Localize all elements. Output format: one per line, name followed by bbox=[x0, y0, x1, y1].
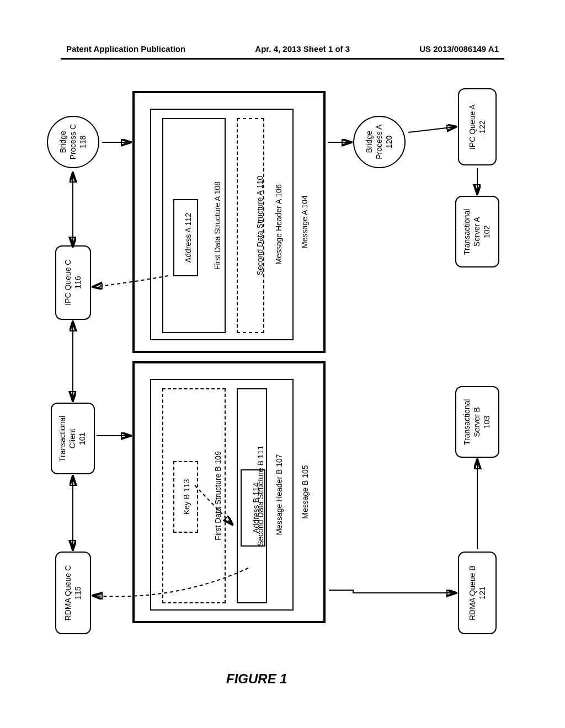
header-center: Apr. 4, 2013 Sheet 1 of 3 bbox=[255, 44, 350, 53]
first-ds-b-label: First Data Structure B 109 bbox=[214, 451, 222, 540]
bridge-process-c: BridgeProcess C118 bbox=[47, 116, 99, 168]
address-b-label: Address B 114 bbox=[252, 483, 260, 533]
figure-label: FIGURE 1 bbox=[226, 671, 287, 687]
message-a-label: Message A 104 bbox=[300, 195, 309, 248]
rdma-queue-c: RDMA Queue C115 bbox=[55, 552, 91, 634]
diagram-container: BridgeProcess C118 IPC Queue C116 Transa… bbox=[44, 88, 524, 695]
message-header-b-label: Message Header B 107 bbox=[275, 454, 284, 535]
header-right: US 2013/0086149 A1 bbox=[419, 44, 499, 53]
message-header-b: Message Header B 107 First Data Structur… bbox=[150, 379, 294, 611]
transactional-server-b: TransactionalServer B103 bbox=[455, 386, 499, 458]
message-header-a: Message Header A 106 First Data Structur… bbox=[150, 109, 294, 340]
transactional-server-a: TransactionalServer A102 bbox=[455, 196, 499, 267]
message-a: Message A 104 Message Header A 106 First… bbox=[132, 91, 326, 353]
rdma-queue-b: RDMA Queue B121 bbox=[458, 552, 497, 634]
svg-line-4 bbox=[408, 127, 455, 132]
first-ds-a: First Data Structure A 108 Address A 112 bbox=[162, 118, 226, 333]
message-b-label: Message B 105 bbox=[301, 465, 310, 518]
message-header-a-label: Message Header A 106 bbox=[274, 184, 283, 265]
address-a-label: Address A 112 bbox=[184, 213, 193, 263]
transactional-client: TransactionalClient101 bbox=[51, 403, 95, 474]
message-b: Message B 105 Message Header B 107 First… bbox=[132, 361, 326, 623]
header-divider bbox=[61, 58, 504, 60]
second-ds-b: Second Data Structure B 111 Address B 11… bbox=[237, 388, 267, 603]
address-a: Address A 112 bbox=[173, 199, 198, 276]
first-ds-a-label: First Data Structure A 108 bbox=[213, 181, 222, 270]
second-ds-a: Second Data Structure A 110 bbox=[237, 118, 264, 333]
key-b-label: Key B 113 bbox=[182, 479, 191, 515]
ipc-queue-a: IPC Queue A122 bbox=[458, 88, 497, 165]
ipc-queue-c: IPC Queue C116 bbox=[55, 245, 91, 320]
address-b: Address B 114 bbox=[241, 469, 265, 547]
key-b: Key B 113 bbox=[173, 461, 198, 533]
bridge-process-a: BridgeProcess A120 bbox=[353, 116, 406, 168]
header-left: Patent Application Publication bbox=[66, 44, 185, 53]
second-ds-a-label: Second Data Structure A 110 bbox=[255, 176, 264, 276]
first-ds-b: First Data Structure B 109 Key B 113 bbox=[162, 388, 226, 603]
